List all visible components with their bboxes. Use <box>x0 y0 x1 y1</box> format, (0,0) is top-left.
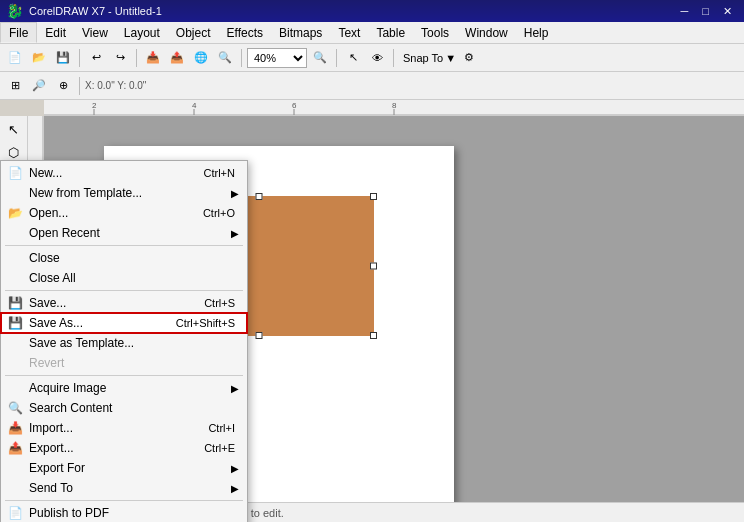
zoom-in-btn[interactable]: 🔍 <box>309 47 331 69</box>
save-button-tb[interactable]: 💾 <box>52 47 74 69</box>
menu-item-acquire[interactable]: Acquire Image ▶ <box>1 378 247 398</box>
menu-tools[interactable]: Tools <box>413 22 457 43</box>
sep-2 <box>5 290 243 291</box>
handle-bm[interactable] <box>256 332 263 339</box>
title-bar-text: CorelDRAW X7 - Untitled-1 <box>29 5 162 17</box>
menu-item-export-for[interactable]: Export For ▶ <box>1 458 247 478</box>
import-button-tb[interactable]: 📥 <box>142 47 164 69</box>
svg-text:6: 6 <box>292 101 297 110</box>
menu-item-new[interactable]: 📄 New... Ctrl+N <box>1 163 247 183</box>
menu-window[interactable]: Window <box>457 22 516 43</box>
file-dropdown-menu: 📄 New... Ctrl+N New from Template... ▶ 📂… <box>0 160 248 522</box>
zoom-select[interactable]: 40% 50% 75% 100% <box>247 48 307 68</box>
import-icon: 📥 <box>7 420 23 436</box>
menu-item-export[interactable]: 📤 Export... Ctrl+E <box>1 438 247 458</box>
submenu-arrow-1: ▶ <box>231 188 239 199</box>
menu-item-import[interactable]: 📥 Import... Ctrl+I <box>1 418 247 438</box>
menu-edit[interactable]: Edit <box>37 22 74 43</box>
sep-3 <box>5 375 243 376</box>
handle-br[interactable] <box>370 332 377 339</box>
menu-text[interactable]: Text <box>330 22 368 43</box>
acquire-icon <box>7 380 23 396</box>
menu-effects[interactable]: Effects <box>219 22 271 43</box>
new-button[interactable]: 📄 <box>4 47 26 69</box>
toolbar2-sep-1 <box>79 77 80 95</box>
revert-icon <box>7 355 23 371</box>
menu-object[interactable]: Object <box>168 22 219 43</box>
close-file-icon <box>7 250 23 266</box>
handle-tr[interactable] <box>370 193 377 200</box>
export-for-icon <box>7 460 23 476</box>
app-icon: 🐉 <box>6 3 23 19</box>
menu-item-close[interactable]: Close <box>1 248 247 268</box>
new-icon: 📄 <box>7 165 23 181</box>
menu-item-revert: Revert <box>1 353 247 373</box>
select-tool[interactable]: ↖ <box>2 118 26 141</box>
menu-item-save[interactable]: 💾 Save... Ctrl+S <box>1 293 247 313</box>
open-recent-icon <box>7 225 23 241</box>
sep-4 <box>5 500 243 501</box>
cursor-tool[interactable]: ↖ <box>342 47 364 69</box>
undo-button[interactable]: ↩ <box>85 47 107 69</box>
svg-text:4: 4 <box>192 101 197 110</box>
search-button-tb[interactable]: 🔍 <box>214 47 236 69</box>
menu-file[interactable]: File <box>0 22 37 43</box>
save-template-icon <box>7 335 23 351</box>
submenu-arrow-5: ▶ <box>231 483 239 494</box>
menu-item-close-all[interactable]: Close All <box>1 268 247 288</box>
submenu-arrow-4: ▶ <box>231 463 239 474</box>
menu-item-open[interactable]: 📂 Open... Ctrl+O <box>1 203 247 223</box>
menu-item-publish-pdf[interactable]: 📄 Publish to PDF <box>1 503 247 522</box>
menu-view[interactable]: View <box>74 22 116 43</box>
export-button-tb[interactable]: 📤 <box>166 47 188 69</box>
maximize-button[interactable]: □ <box>696 5 715 18</box>
menu-item-save-template[interactable]: Save as Template... <box>1 333 247 353</box>
extra-btn[interactable]: ⚙ <box>458 47 480 69</box>
view-tool[interactable]: 👁 <box>366 47 388 69</box>
redo-button[interactable]: ↪ <box>109 47 131 69</box>
menu-item-new-template[interactable]: New from Template... ▶ <box>1 183 247 203</box>
menu-item-send-to[interactable]: Send To ▶ <box>1 478 247 498</box>
menu-help[interactable]: Help <box>516 22 557 43</box>
main-area: ↖ ⬡ ✂ 🔎 ✏ 📐 ⬜ ⭕ ⬡ A ⊞ ⇉ ↔ 📏 💧 🪣 🖊 2 <box>0 116 744 520</box>
menu-item-search[interactable]: 🔍 Search Content <box>1 398 247 418</box>
open-button[interactable]: 📂 <box>28 47 50 69</box>
search-content-icon: 🔍 <box>7 400 23 416</box>
toolbar-row-2: ⊞ 🔎 ⊕ X: 0.0" Y: 0.0" <box>0 72 744 100</box>
svg-text:8: 8 <box>392 101 397 110</box>
toolbar-sep-2 <box>136 49 137 67</box>
submenu-arrow-3: ▶ <box>231 383 239 394</box>
sep-1 <box>5 245 243 246</box>
toolbar-sep-1 <box>79 49 80 67</box>
title-bar: 🐉 CorelDRAW X7 - Untitled-1 ─ □ ✕ <box>0 0 744 22</box>
new-template-icon <box>7 185 23 201</box>
save-as-icon: 💾 <box>7 315 23 331</box>
menu-bar: File Edit View Layout Object Effects Bit… <box>0 22 744 44</box>
menu-item-open-recent[interactable]: Open Recent ▶ <box>1 223 247 243</box>
menu-bitmaps[interactable]: Bitmaps <box>271 22 330 43</box>
close-button[interactable]: ✕ <box>717 5 738 18</box>
publish-button-tb[interactable]: 🌐 <box>190 47 212 69</box>
send-to-icon <box>7 480 23 496</box>
coord-display: X: 0.0" Y: 0.0" <box>85 80 146 91</box>
save-icon: 💾 <box>7 295 23 311</box>
menu-table[interactable]: Table <box>368 22 413 43</box>
handle-tm[interactable] <box>256 193 263 200</box>
toolbar-row-1: 📄 📂 💾 ↩ ↪ 📥 📤 🌐 🔍 40% 50% 75% 100% 🔍 ↖ 👁… <box>0 44 744 72</box>
publish-pdf-icon: 📄 <box>7 505 23 521</box>
toolbar-sep-5 <box>393 49 394 67</box>
zoom-tool-2[interactable]: 🔎 <box>28 75 50 97</box>
submenu-arrow-2: ▶ <box>231 228 239 239</box>
transform-tool[interactable]: ⊞ <box>4 75 26 97</box>
export-icon: 📤 <box>7 440 23 456</box>
add-tool[interactable]: ⊕ <box>52 75 74 97</box>
handle-mr[interactable] <box>370 263 377 270</box>
menu-item-save-as[interactable]: 💾 Save As... Ctrl+Shift+S <box>1 313 247 333</box>
open-icon: 📂 <box>7 205 23 221</box>
menu-layout[interactable]: Layout <box>116 22 168 43</box>
ruler-horizontal: 2 4 6 8 <box>44 100 744 116</box>
close-all-icon <box>7 270 23 286</box>
minimize-button[interactable]: ─ <box>675 5 695 18</box>
snap-to-label: Snap To ▼ <box>403 52 456 64</box>
toolbar-sep-3 <box>241 49 242 67</box>
